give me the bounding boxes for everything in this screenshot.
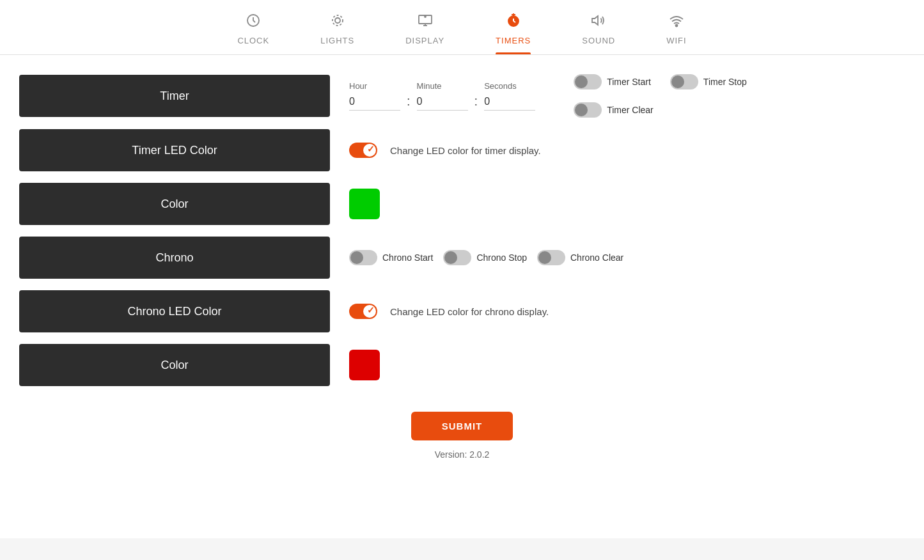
chrono-color-content — [349, 350, 905, 380]
timer-color-label: Color — [19, 183, 330, 225]
chrono-label: Chrono — [19, 237, 330, 279]
chrono-led-content: Change LED color for chrono display. — [349, 304, 905, 319]
hour-input[interactable] — [349, 93, 400, 111]
nav-wifi-label: WIFI — [666, 36, 686, 45]
minute-input[interactable] — [417, 93, 468, 111]
timer-right-controls: Timer Start Timer Stop Timer Clear — [574, 74, 747, 118]
chrono-clear-label: Chrono Clear — [570, 253, 623, 263]
main-content: Timer Hour : Minute : Seconds — [0, 55, 924, 538]
nav-lights-label: LIGHTS — [320, 36, 354, 45]
timer-led-toggle[interactable] — [349, 143, 377, 158]
lights-icon — [330, 13, 345, 32]
timer-stop-toggle-item: Timer Stop — [670, 74, 747, 89]
nav-timers-label: TIMERS — [496, 36, 531, 45]
timer-inputs: Hour : Minute : Seconds — [349, 81, 535, 111]
hour-label: Hour — [349, 81, 367, 91]
timer-color-box[interactable] — [349, 189, 380, 219]
timer-led-section: Timer LED Color Change LED color for tim… — [19, 129, 905, 171]
seconds-input[interactable] — [484, 93, 535, 111]
nav-timers[interactable]: TIMERS — [496, 13, 531, 54]
navigation: CLOCK LIGHTS DISPLAY — [0, 0, 924, 55]
timer-stop-label: Timer Stop — [703, 77, 747, 87]
svg-marker-12 — [592, 16, 598, 25]
display-icon — [418, 13, 433, 32]
nav-wifi[interactable]: WIFI — [666, 13, 686, 54]
clock-icon — [246, 13, 261, 32]
submit-area: SUBMIT Version: 2.0.2 — [19, 412, 905, 460]
chrono-color-label: Color — [19, 344, 330, 386]
svg-point-2 — [333, 15, 343, 26]
chrono-controls: Chrono Start Chrono Stop Chrono Clear — [349, 250, 623, 265]
timer-clear-label: Timer Clear — [607, 105, 654, 115]
svg-point-13 — [675, 25, 677, 27]
timer-led-content: Change LED color for timer display. — [349, 143, 905, 158]
sound-icon — [591, 13, 606, 32]
chrono-stop-toggle-item: Chrono Stop — [443, 250, 527, 265]
chrono-led-toggle[interactable] — [349, 304, 377, 319]
svg-point-6 — [425, 16, 426, 17]
version-text: Version: 2.0.2 — [435, 449, 490, 460]
nav-lights[interactable]: LIGHTS — [320, 13, 354, 54]
minute-label: Minute — [417, 81, 442, 91]
chrono-led-section: Chrono LED Color Change LED color for ch… — [19, 290, 905, 332]
chrono-content: Chrono Start Chrono Stop Chrono Clear — [349, 250, 905, 265]
nav-sound-label: SOUND — [582, 36, 615, 45]
colon-2: : — [474, 94, 478, 109]
timer-start-toggle[interactable] — [574, 74, 602, 89]
chrono-start-toggle[interactable] — [349, 250, 377, 265]
chrono-led-label: Chrono LED Color — [19, 290, 330, 332]
timer-start-toggle-item: Timer Start — [574, 74, 651, 89]
nav-clock[interactable]: CLOCK — [237, 13, 269, 54]
hour-input-group: Hour — [349, 81, 400, 111]
chrono-stop-toggle[interactable] — [443, 250, 471, 265]
wifi-icon — [669, 13, 684, 32]
chrono-stop-label: Chrono Stop — [476, 253, 527, 263]
nav-sound[interactable]: SOUND — [582, 13, 615, 54]
chrono-led-description: Change LED color for chrono display. — [390, 306, 549, 317]
timer-label: Timer — [19, 75, 330, 117]
chrono-section: Chrono Chrono Start Chrono Stop Chrono C… — [19, 237, 905, 279]
timer-led-description: Change LED color for timer display. — [390, 145, 541, 156]
chrono-start-label: Chrono Start — [382, 253, 433, 263]
timer-color-content — [349, 189, 905, 219]
submit-button[interactable]: SUBMIT — [411, 412, 513, 440]
minute-input-group: Minute — [417, 81, 468, 111]
nav-display-label: DISPLAY — [405, 36, 444, 45]
seconds-input-group: Seconds — [484, 81, 535, 111]
nav-clock-label: CLOCK — [237, 36, 269, 45]
timer-stop-toggle[interactable] — [670, 74, 698, 89]
chrono-clear-toggle[interactable] — [537, 250, 565, 265]
timer-section: Timer Hour : Minute : Seconds — [19, 74, 905, 118]
timer-clear-row: Timer Clear — [574, 102, 747, 118]
timer-clear-toggle[interactable] — [574, 102, 602, 118]
timer-color-section: Color — [19, 183, 905, 225]
svg-point-1 — [335, 18, 340, 23]
colon-1: : — [407, 94, 411, 109]
seconds-label: Seconds — [484, 81, 517, 91]
chrono-start-toggle-item: Chrono Start — [349, 250, 433, 265]
timers-icon — [506, 13, 521, 32]
chrono-color-box[interactable] — [349, 350, 380, 380]
nav-display[interactable]: DISPLAY — [405, 13, 444, 54]
chrono-clear-toggle-item: Chrono Clear — [537, 250, 623, 265]
chrono-color-section: Color — [19, 344, 905, 386]
timer-content: Hour : Minute : Seconds Ti — [349, 74, 905, 118]
timer-start-label: Timer Start — [607, 77, 651, 87]
timer-led-label: Timer LED Color — [19, 129, 330, 171]
